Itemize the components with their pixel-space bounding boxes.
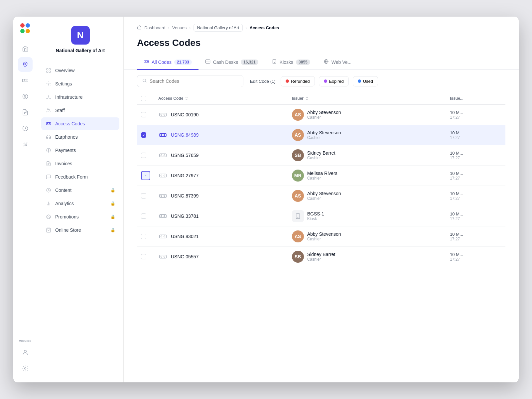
rail-icon-gear[interactable]: [18, 361, 33, 376]
row-checkbox[interactable]: [141, 112, 146, 117]
sidebar-item-infrastructure[interactable]: Infrastructure: [41, 91, 119, 103]
code-text: USNG.87399: [171, 193, 199, 199]
issuer-avatar: AS: [292, 129, 304, 141]
tab-cash-desks[interactable]: Cash Desks 16,321: [199, 55, 265, 70]
svg-point-29: [145, 61, 146, 62]
logo-dot-green: [20, 29, 25, 33]
ticket-icon: [158, 252, 168, 261]
date-value: 10 M... 17:27: [450, 171, 501, 181]
rail-icon-dollar[interactable]: [18, 89, 33, 104]
sidebar-item-earphones[interactable]: Earphones: [41, 131, 119, 143]
rail-icon-clock[interactable]: [18, 121, 33, 136]
issuer-name: Sidney Barret: [307, 150, 335, 156]
loading-checkbox[interactable]: [141, 171, 150, 180]
search-input[interactable]: [150, 78, 238, 84]
sidebar-item-payments[interactable]: Payments: [41, 144, 119, 157]
sidebar-item-online-store[interactable]: Online Store 🔒: [41, 224, 119, 236]
ticket-icon: [158, 151, 168, 160]
sidebar-item-access-codes[interactable]: Access Codes: [41, 117, 119, 130]
rail-icon-home[interactable]: [18, 41, 33, 56]
th-access-code[interactable]: Access Code: [154, 92, 288, 105]
svg-point-50: [161, 195, 162, 197]
table-row: USNG.00190 AS Abby Stevenson Cashier 10 …: [137, 105, 505, 125]
rail-icon-ticket[interactable]: [18, 73, 33, 88]
header-checkbox[interactable]: [141, 96, 146, 101]
expired-button[interactable]: Expired: [319, 76, 349, 86]
svg-point-48: [164, 175, 165, 176]
svg-point-54: [164, 215, 165, 217]
sidebar-item-overview[interactable]: Overview: [41, 64, 119, 77]
codes-table: Access Code Issuer Iss: [137, 92, 505, 267]
row-date-cell: 10 M... 17:27: [446, 186, 505, 206]
row-checkbox-cell[interactable]: [137, 226, 154, 247]
search-box[interactable]: [137, 75, 243, 87]
svg-point-61: [161, 256, 162, 257]
invoices-icon: [45, 160, 52, 167]
breadcrumb-venue[interactable]: National Gallery of Art: [194, 24, 243, 32]
sidebar-item-feedback-form[interactable]: Feedback Form: [41, 171, 119, 183]
date-text: 10 M...: [450, 252, 501, 257]
row-code-cell: USNG.64989: [154, 125, 288, 145]
ticket-icon: [158, 130, 168, 140]
svg-point-53: [161, 215, 162, 217]
row-checkbox-cell[interactable]: ✓: [137, 125, 154, 145]
breadcrumb-dashboard[interactable]: Dashboard: [144, 25, 166, 30]
th-issuer-label: Issuer: [292, 96, 304, 101]
row-checkbox[interactable]: [141, 254, 146, 259]
kiosk-avatar: [292, 210, 304, 222]
rail-icon-percent[interactable]: [18, 137, 33, 152]
tab-all-codes[interactable]: All Codes 21,733: [137, 55, 199, 70]
code-text: USNG.05557: [171, 254, 199, 259]
th-issued[interactable]: Issue...: [446, 92, 505, 105]
tab-all-codes-count: 21,733: [174, 60, 192, 65]
row-checkbox[interactable]: [141, 193, 146, 199]
tab-web-ve-label: Web Ve...: [332, 60, 351, 65]
sidebar-item-content[interactable]: Content 🔒: [41, 184, 119, 197]
code-text[interactable]: USNG.64989: [171, 132, 199, 138]
logo-dot-yellow: [26, 29, 30, 33]
used-button[interactable]: Used: [353, 76, 378, 86]
settings-label: Settings: [55, 81, 72, 86]
issuer-avatar: AS: [292, 230, 304, 242]
refunded-button[interactable]: Refunded: [281, 76, 315, 86]
row-checkbox[interactable]: [141, 153, 146, 158]
svg-rect-18: [46, 123, 51, 125]
sidebar-item-analytics[interactable]: Analytics 🔒: [41, 197, 119, 210]
breadcrumb-venues[interactable]: Venues: [172, 25, 187, 30]
svg-point-0: [25, 63, 26, 65]
row-checkbox-cell[interactable]: [137, 105, 154, 125]
svg-point-39: [164, 114, 165, 115]
rail-icon-location[interactable]: [18, 57, 33, 72]
date-value: 10 M... 17:27: [450, 130, 501, 140]
row-code-cell: USNG.00190: [154, 105, 288, 125]
svg-point-30: [147, 61, 148, 62]
row-checkbox-cell[interactable]: [137, 186, 154, 206]
online-store-icon: [45, 227, 52, 233]
used-label: Used: [363, 79, 373, 84]
issuer-role: Cashier: [307, 237, 341, 241]
row-checkbox[interactable]: [141, 213, 146, 219]
sidebar-item-invoices[interactable]: Invoices: [41, 157, 119, 170]
svg-point-44: [161, 155, 162, 156]
row-date-cell: 10 M... 17:27: [446, 125, 505, 145]
sidebar-item-promotions[interactable]: Promotions 🔒: [41, 210, 119, 223]
tab-web-ve[interactable]: Web Ve...: [317, 55, 358, 70]
table-row: USNG.05557 SB Sidney Barret Cashier 10 M…: [137, 247, 505, 267]
date-text: 10 M...: [450, 211, 501, 216]
code-text: USNG.57659: [171, 153, 199, 158]
row-checkbox-cell[interactable]: [137, 145, 154, 166]
th-checkbox[interactable]: [137, 92, 154, 105]
tab-kiosks[interactable]: Kiosks 3855: [265, 55, 317, 70]
row-checkbox[interactable]: ✓: [141, 132, 146, 138]
row-checkbox-cell[interactable]: [137, 247, 154, 267]
row-checkbox[interactable]: [141, 234, 146, 239]
th-issuer[interactable]: Issuer: [288, 92, 446, 105]
row-checkbox-cell[interactable]: [137, 166, 154, 186]
promotions-icon: [45, 213, 52, 220]
rail-icon-user[interactable]: [18, 345, 33, 360]
feedback-form-label: Feedback Form: [55, 174, 88, 180]
row-checkbox-cell[interactable]: [137, 206, 154, 226]
sidebar-item-settings[interactable]: Settings: [41, 77, 119, 90]
sidebar-item-staff[interactable]: Staff: [41, 104, 119, 117]
rail-icon-file[interactable]: [18, 105, 33, 120]
